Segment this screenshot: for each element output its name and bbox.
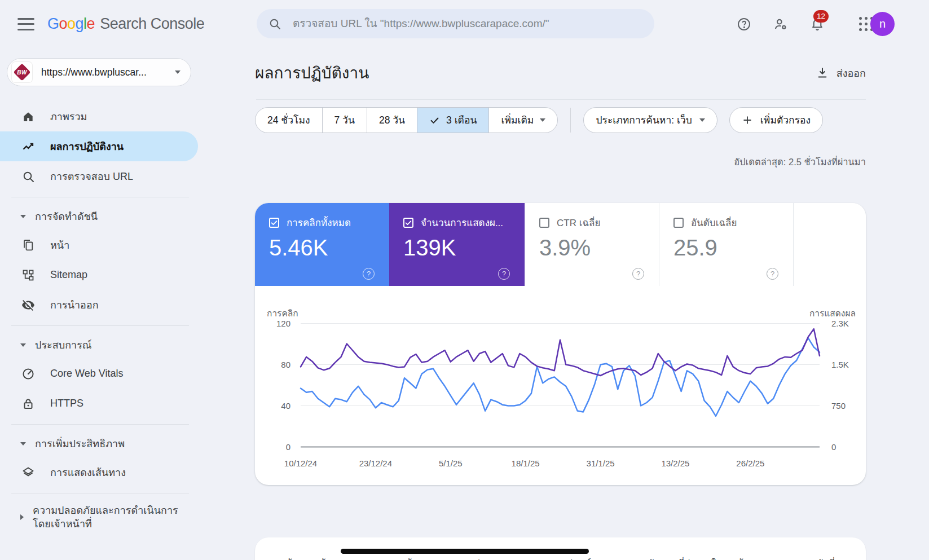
performance-chart[interactable] [301,323,820,448]
checkbox-checked-icon[interactable] [269,218,279,228]
eye-off-icon [21,298,35,312]
y-axis-tick: 120 [255,319,290,328]
divider [11,493,189,493]
date-range-group: 24 ชั่วโมง 7 วัน 28 วัน 3 เดือน เพิ่มเติ… [255,107,558,133]
metric-card-spacer [793,203,866,286]
help-circle-icon[interactable]: ? [498,268,510,280]
sidebar-item-overview[interactable]: ภาพรวม [0,102,198,131]
y-axis-tick: 0 [255,442,290,452]
metric-card-average-ctr[interactable]: CTR เฉลี่ย 3.9% ? [525,203,659,286]
metric-label: อันดับเฉลี่ย [691,215,737,230]
checkbox-unchecked-icon[interactable] [539,218,549,228]
chevron-down-icon [20,215,26,218]
chevron-down-icon [175,70,180,74]
logo-letter: e [87,15,95,33]
logo-letter: G [47,15,59,33]
x-axis-tick: 13/2/25 [661,458,689,468]
x-axis-tick: 26/2/25 [736,458,764,468]
y-axis-tick: 80 [255,360,290,369]
divider [570,108,571,133]
search-icon [21,170,35,183]
sidebar-section-experience[interactable]: ประสบการณ์ [0,332,198,359]
date-range-3months-active[interactable]: 3 เดือน [417,108,488,133]
divider [11,197,189,197]
help-circle-icon[interactable]: ? [363,268,375,280]
tab-queries[interactable]: ข้อความค้นหา [286,556,343,560]
search-type-filter[interactable]: ประเภทการค้นหา: เว็บ [583,107,717,133]
y-axis-tick: 1.5K [831,360,866,369]
sidebar-section-indexing[interactable]: การจัดทำดัชนี [0,203,198,230]
date-range-28d[interactable]: 28 วัน [367,108,417,133]
add-filter-button[interactable]: เพิ่มตัวกรอง [729,107,823,133]
chart-area: การคลิก การแสดงผล 0040750801.5K1202.3K10… [255,286,866,485]
dimensions-table-card: ข้อความค้นหา หน้า ประเทศ อุปกรณ์ ลักษณะท… [255,537,866,560]
tab-pages[interactable]: หน้า [400,556,417,560]
url-inspect-search-bar[interactable] [257,9,654,38]
checkbox-checked-icon[interactable] [403,218,413,228]
last-updated-text: อัปเดตล่าสุด: 2.5 ชั่วโมงที่ผ่านมา [255,155,866,169]
chevron-down-icon [540,118,545,122]
checkbox-unchecked-icon[interactable] [673,218,684,228]
notifications-bell-icon[interactable]: 12 [810,17,825,32]
metric-label: จำนวนการแสดงผ... [421,215,503,230]
tab-countries[interactable]: ประเทศ [474,556,505,560]
property-url: https://www.bwpluscar... [41,67,175,78]
sidebar-item-label: ภาพรวม [50,108,87,125]
sidebar-section-enhancements[interactable]: การเพิ่มประสิทธิภาพ [0,430,198,457]
help-icon[interactable] [737,17,751,32]
pages-icon [21,239,35,252]
chevron-down-icon [20,343,26,347]
x-axis-tick: 31/1/25 [587,458,615,468]
plus-icon [742,114,753,126]
user-settings-icon[interactable] [773,17,788,32]
search-input[interactable] [293,17,648,30]
sidebar-item-core-web-vitals[interactable]: Core Web Vitals [0,359,198,389]
header-actions: 12 [737,0,874,48]
metric-label: CTR เฉลี่ย [557,215,600,230]
sidebar-item-breadcrumbs[interactable]: การแสดงเส้นทาง [0,457,198,487]
sidebar-item-url-inspection[interactable]: การตรวจสอบ URL [0,161,198,191]
date-range-7d[interactable]: 7 วัน [322,108,367,133]
sidebar-item-label: การนำออก [50,297,99,313]
metric-card-total-impressions[interactable]: จำนวนการแสดงผ... 139K ? [389,203,525,286]
app-logo[interactable]: Google Search Console [47,15,204,33]
metric-card-average-position[interactable]: อันดับเฉลี่ย 25.9 ? [659,203,793,286]
logo-letter: o [59,15,68,33]
sidebar-item-removals[interactable]: การนำออก [0,290,198,320]
check-icon [429,115,440,126]
metric-value: 139K [403,235,525,261]
chevron-down-icon [699,118,705,122]
scrollbar-indicator[interactable] [341,549,589,554]
tab-dates[interactable]: วันที่ [818,556,835,560]
export-button[interactable]: ส่งออก [816,65,866,81]
help-circle-icon[interactable]: ? [632,268,644,280]
top-header: Google Search Console 12 n [0,0,929,48]
sidebar-item-sitemaps[interactable]: Sitemap [0,260,198,290]
sidebar-section-security-manual-actions[interactable]: ความปลอดภัยและการดำเนินการโดยเจ้าหน้าที่ [0,499,198,536]
tab-devices[interactable]: อุปกรณ์ [561,556,591,560]
sidebar-item-label: การตรวจสอบ URL [50,168,133,184]
notification-badge: 12 [813,10,829,23]
sidebar-item-label: การแสดงเส้นทาง [50,464,126,480]
download-icon [816,67,829,79]
home-icon [21,110,35,124]
sidebar-item-performance[interactable]: ผลการปฏิบัติงาน [0,131,198,161]
sidebar-item-pages[interactable]: หน้า [0,230,198,260]
date-range-24h[interactable]: 24 ชั่วโมง [256,108,322,133]
hamburger-menu-icon[interactable] [17,18,34,30]
tab-search-appearance[interactable]: ลักษณะที่ปรากฏในการค้นหา [648,556,760,560]
lock-icon [21,397,35,411]
metric-value: 3.9% [539,235,659,261]
property-selector[interactable]: BW https://www.bwpluscar... [7,58,191,86]
sidebar-item-label: ผลการปฏิบัติงาน [50,138,124,155]
account-avatar[interactable]: n [870,12,895,36]
speed-gauge-icon [21,367,35,381]
sidebar-item-label: หน้า [50,237,69,253]
metric-card-total-clicks[interactable]: การคลิกทั้งหมด 5.46K ? [255,203,389,286]
date-range-more[interactable]: เพิ่มเติม [488,108,557,133]
sidebar-item-label: HTTPS [50,398,83,409]
help-circle-icon[interactable]: ? [767,268,778,280]
search-icon [268,17,281,30]
x-axis-tick: 23/12/24 [359,458,392,468]
sidebar-item-https[interactable]: HTTPS [0,389,198,418]
